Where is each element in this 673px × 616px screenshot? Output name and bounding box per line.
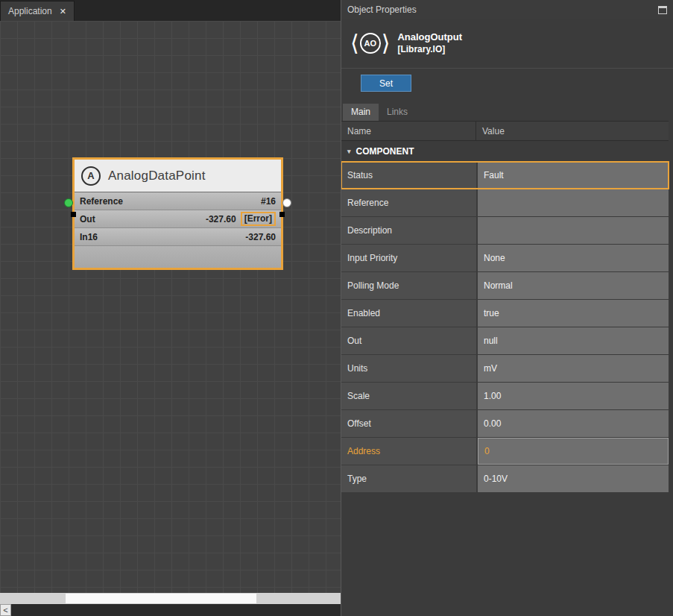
property-name: Polling Mode <box>341 272 476 299</box>
property-row-polling-mode[interactable]: Polling Mode Normal <box>341 272 669 299</box>
tab-close-icon[interactable]: ✕ <box>60 7 66 16</box>
object-properties-panel: Object Properties ⟨ AO ⟩ AnalogOutput [L… <box>341 0 673 616</box>
property-value[interactable]: true <box>478 300 669 327</box>
property-value[interactable]: 0.00 <box>478 410 669 437</box>
scroll-left-button[interactable]: < <box>0 604 11 616</box>
property-value[interactable]: 0-10V <box>478 465 669 492</box>
section-label: COMPONENT <box>356 146 414 157</box>
property-value[interactable]: Fault <box>478 162 669 189</box>
property-row-out[interactable]: Out null <box>341 327 669 354</box>
block-slot-in16[interactable]: In16 -327.60 <box>75 228 281 246</box>
tab-links[interactable]: Links <box>379 104 416 121</box>
input-port[interactable] <box>64 198 73 207</box>
bottom-bar: < <box>0 604 341 616</box>
column-header-value: Value <box>476 122 669 140</box>
set-row: Set <box>341 68 673 96</box>
property-row-status[interactable]: Status Fault <box>341 162 669 189</box>
property-row-type[interactable]: Type 0-10V <box>341 465 669 492</box>
tab-application-label: Application <box>8 6 52 16</box>
property-value[interactable]: Normal <box>478 272 669 299</box>
property-name: Description <box>341 217 476 244</box>
object-subtitle: [Library.IO] <box>397 44 462 54</box>
property-row-description[interactable]: Description <box>341 217 669 244</box>
property-name: Input Priority <box>341 245 476 271</box>
property-row-units[interactable]: Units mV <box>341 355 669 382</box>
section-component[interactable]: ▾ COMPONENT <box>341 141 669 162</box>
analog-output-icon: ⟨ AO ⟩ <box>350 32 390 54</box>
property-row-offset[interactable]: Offset 0.00 <box>341 410 669 437</box>
collapse-triangle-icon: ▾ <box>347 148 351 155</box>
object-header: ⟨ AO ⟩ AnalogOutput [Library.IO] <box>341 19 673 68</box>
slot-value: -327.60 <box>206 214 236 224</box>
tab-main[interactable]: Main <box>343 104 379 121</box>
property-value[interactable]: None <box>478 245 669 271</box>
property-value[interactable]: null <box>478 327 669 354</box>
property-name: Type <box>341 465 476 492</box>
block-title-bar[interactable]: A AnalogDataPoint <box>75 160 281 192</box>
property-name: Out <box>341 327 476 354</box>
app-window: Application ✕ A AnalogDataPoint Referenc… <box>0 0 673 616</box>
property-row-scale[interactable]: Scale 1.00 <box>341 383 669 409</box>
block-slot-reference[interactable]: Reference #16 <box>75 192 281 210</box>
property-row-enabled[interactable]: Enabled true <box>341 300 669 327</box>
property-name: Offset <box>341 410 476 437</box>
analog-data-point-icon: A <box>81 166 101 186</box>
property-name: Enabled <box>341 300 476 327</box>
slot-name: Out <box>80 214 95 224</box>
panel-title: Object Properties <box>347 4 417 15</box>
float-window-icon[interactable] <box>658 6 667 14</box>
property-name: Scale <box>341 383 476 409</box>
set-button[interactable]: Set <box>361 75 411 92</box>
property-value[interactable]: mV <box>478 355 669 382</box>
property-value[interactable]: 0 <box>478 438 669 465</box>
property-name: Address <box>341 438 476 465</box>
icon-bracket-right: ⟩ <box>382 32 391 54</box>
output-port[interactable] <box>282 198 291 207</box>
selection-handle-left[interactable] <box>71 212 76 217</box>
block-title: AnalogDataPoint <box>108 169 206 183</box>
properties-table: Name Value ▾ COMPONENT Status Fault Refe… <box>341 121 673 616</box>
slot-value: -327.60 <box>245 232 276 242</box>
panel-empty-area <box>341 493 669 616</box>
error-badge: [Error] <box>241 212 276 226</box>
block-footer <box>75 246 281 268</box>
editor-tabbar: Application ✕ <box>0 0 341 21</box>
column-header-name: Name <box>341 122 476 140</box>
properties-tabs: Main Links <box>341 104 673 121</box>
property-row-reference[interactable]: Reference <box>341 189 669 216</box>
slot-value: #16 <box>261 196 276 207</box>
horizontal-scrollbar[interactable] <box>0 593 341 604</box>
block-slot-out[interactable]: Out -327.60 [Error] <box>75 210 281 228</box>
property-name: Reference <box>341 189 476 216</box>
icon-core: AO <box>360 33 381 54</box>
property-value[interactable] <box>478 189 669 216</box>
scrollbar-thumb[interactable] <box>66 594 256 603</box>
icon-bracket-left: ⟨ <box>350 32 359 54</box>
property-name: Units <box>341 355 476 382</box>
slot-name: Reference <box>80 196 123 207</box>
object-title: AnalogOutput <box>397 31 462 43</box>
tab-application[interactable]: Application ✕ <box>0 1 75 21</box>
property-value[interactable]: 1.00 <box>478 383 669 409</box>
slot-name: In16 <box>80 232 98 242</box>
property-row-input-priority[interactable]: Input Priority None <box>341 245 669 271</box>
selection-handle-right[interactable] <box>279 212 285 217</box>
property-name: Status <box>341 162 476 189</box>
table-header: Name Value <box>341 121 669 141</box>
property-row-address[interactable]: Address 0 <box>341 438 669 465</box>
property-value[interactable] <box>478 217 669 244</box>
panel-header: Object Properties <box>341 0 673 19</box>
canvas-pane: Application ✕ A AnalogDataPoint Referenc… <box>0 0 341 616</box>
wiresheet-canvas[interactable]: A AnalogDataPoint Reference #16 Out -327… <box>0 21 341 593</box>
analog-data-point-block[interactable]: A AnalogDataPoint Reference #16 Out -327… <box>72 157 283 270</box>
